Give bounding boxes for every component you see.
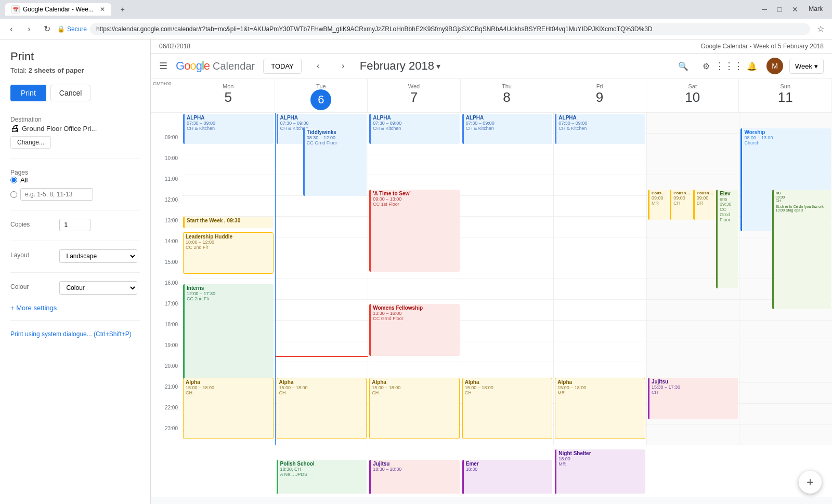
secure-badge: 🔒 Secure: [57, 25, 87, 33]
user-avatar[interactable]: M: [766, 58, 783, 74]
event-sat-polish-mr[interactable]: Polish School 09:00 MR: [648, 190, 670, 220]
maximize-btn[interactable]: □: [773, 4, 786, 15]
all-pages-input[interactable]: [10, 177, 17, 183]
event-thu-alpha-pm[interactable]: Alpha 15:00 – 18:00 CH: [462, 378, 553, 439]
event-sat-polish-ch[interactable]: Polish School 09:00 CH: [670, 190, 693, 220]
event-tue-polish[interactable]: Polish School 18:30, CH A Ne... JPDS: [277, 460, 367, 494]
cancel-button[interactable]: Cancel: [50, 85, 91, 101]
print-button[interactable]: Print: [10, 85, 46, 101]
destination-label: Destination: [10, 114, 57, 123]
browser-chrome: 📅 Google Calendar - Wee... ✕ + ─ □ ✕ Mar…: [0, 0, 832, 39]
day-col-tue: ALPHA 07:30 – 09:00 CH & Kitchen Tiddlyw…: [275, 113, 369, 445]
add-event-fab[interactable]: +: [799, 471, 822, 494]
next-week-btn[interactable]: ›: [335, 58, 352, 74]
day-col-sat: Polish School 09:00 MR Polish School 09:…: [647, 113, 740, 445]
cal-actions: 🔍 ⚙ ⋮⋮⋮ 🔔 M Week ▾: [675, 58, 824, 74]
event-wed-alpha[interactable]: ALPHA 07:30 – 09:00 CH & Kitchen: [369, 114, 460, 144]
event-sat-jujitsu[interactable]: Jujitsu 15:30 – 17:30 CH: [648, 378, 738, 419]
day-headers: GMT+00 Mon 5 Tue 6 Wed 7: [151, 79, 832, 113]
pages-label: Pages: [10, 167, 57, 176]
event-sun-iic1[interactable]: IIC 09:30 CH St.ch re fo Ce dn /you thw …: [772, 190, 831, 309]
browser-tab[interactable]: 📅 Google Calendar - Wee... ✕: [5, 3, 111, 16]
pages-input[interactable]: [20, 188, 93, 201]
custom-pages-radio[interactable]: [10, 188, 140, 201]
colour-row: Colour Black & white Colour: [10, 281, 140, 295]
prev-week-btn[interactable]: ‹: [310, 58, 327, 74]
destination-control: 🖨 Ground Floor Office Pri... Change...: [10, 123, 97, 149]
event-fri-night[interactable]: Night Shelter 18:00 MR: [555, 449, 645, 494]
preview-header: 06/02/2018 Google Calendar - Week of 5 F…: [151, 39, 832, 54]
layout-select[interactable]: Portrait Landscape: [59, 249, 137, 263]
event-thu-emerge[interactable]: Emer 18:30: [462, 460, 553, 494]
close-btn[interactable]: ✕: [788, 4, 802, 15]
print-panel: Print Total: 2 sheets of paper Print Can…: [0, 39, 151, 504]
event-mon-alpha-pm[interactable]: Alpha 15:00 – 18:00 CH: [183, 378, 274, 439]
event-fri-alpha-pm[interactable]: Alpha 15:00 – 18:00 MR: [555, 378, 645, 439]
back-btn[interactable]: ‹: [4, 22, 19, 36]
time-2300: 23:00: [151, 425, 182, 445]
new-tab-btn[interactable]: +: [115, 2, 130, 17]
bookmark-btn[interactable]: ☆: [813, 22, 828, 36]
apps-icon[interactable]: ⋮⋮⋮: [721, 58, 737, 74]
url-bar[interactable]: https://calendar.google.com/calendar/r?t…: [90, 23, 810, 35]
minimize-btn[interactable]: ─: [758, 4, 771, 15]
nav-bar: ‹ › ↻ 🔒 Secure https://calendar.google.c…: [0, 19, 832, 39]
today-button[interactable]: TODAY: [263, 59, 302, 74]
more-settings-btn[interactable]: + More settings: [10, 304, 140, 312]
calendar-preview: 06/02/2018 Google Calendar - Week of 5 F…: [151, 39, 832, 504]
time-days-grid: 09:00 10:00 11:00 12:00 13:00 14:00 15:0…: [151, 113, 832, 445]
copies-row: Copies: [10, 219, 140, 231]
time-1500: 15:00: [151, 258, 182, 279]
time-1700: 17:00: [151, 300, 182, 321]
event-tue-tiddly[interactable]: Tiddlywinks 08:30 – 12:00 CC Grnd Floor: [303, 128, 367, 196]
search-icon[interactable]: 🔍: [675, 58, 692, 74]
copies-input[interactable]: [59, 219, 90, 231]
day-col-sun: Worship 08:00 – 13:00 Church IIC 09:30 C…: [739, 113, 832, 445]
print-total: Total: 2 sheets of paper: [10, 67, 140, 74]
event-wed-jujitsu[interactable]: Jujitsu 18:30 – 20:30: [369, 460, 460, 494]
divider-1: [10, 158, 140, 158]
colour-select[interactable]: Black & white Colour: [59, 281, 137, 295]
current-time-line: [276, 356, 368, 357]
day-header-fri: Fri 9: [553, 79, 646, 112]
divider-3: [10, 241, 140, 241]
all-pages-radio[interactable]: All: [10, 176, 140, 184]
event-thu-alpha[interactable]: ALPHA 07:30 – 09:00 CH & Kitchen: [462, 114, 553, 144]
time-1400: 14:00: [151, 237, 182, 258]
event-mon-interns[interactable]: Interns 12:00 – 17:30 CC 2nd Flr: [183, 284, 274, 388]
settings-icon[interactable]: ⚙: [698, 58, 714, 74]
menu-icon[interactable]: ☰: [159, 60, 167, 72]
week-select[interactable]: Week ▾: [789, 59, 824, 74]
day-col-mon: ALPHA 07:30 – 09:00 CH & Kitchen Start t…: [182, 113, 275, 445]
custom-pages-input[interactable]: [10, 191, 17, 198]
preview-title: Google Calendar - Week of 5 February 201…: [700, 43, 824, 50]
event-mon-start[interactable]: Start the Week , 09:30: [183, 217, 274, 228]
event-tue-alpha-pm[interactable]: Alpha 15:00 – 18:00 CH: [277, 378, 367, 439]
change-button[interactable]: Change...: [10, 136, 51, 149]
tab-favicon: 📅: [11, 5, 20, 14]
time-1600: 16:00: [151, 279, 182, 300]
system-print-link[interactable]: Print using system dialogue... (Ctrl+Shi…: [10, 330, 132, 338]
event-wed-alpha-pm[interactable]: Alpha 15:00 – 18:00 CH: [369, 378, 460, 439]
day-header-tue: Tue 6: [275, 79, 368, 112]
event-wed-womens[interactable]: Womens Fellowship 13:30 – 16:00 CC Grnd …: [369, 304, 460, 356]
main-layout: Print Total: 2 sheets of paper Print Can…: [0, 39, 832, 504]
bell-icon[interactable]: 🔔: [744, 58, 760, 74]
month-dropdown-icon[interactable]: ▾: [436, 61, 440, 71]
time-1800: 18:00: [151, 321, 182, 341]
tab-close-icon[interactable]: ✕: [100, 6, 105, 13]
event-mon-alpha[interactable]: ALPHA 07:30 – 09:00 CH & Kitchen: [183, 114, 274, 144]
event-fri-alpha[interactable]: ALPHA 07:30 – 09:00 CH & Kitchen: [555, 114, 645, 144]
forward-btn[interactable]: ›: [22, 22, 36, 36]
preview-date: 06/02/2018: [159, 43, 190, 50]
event-wed-sew[interactable]: 'A Time to Sew' 09:00 – 13:00 CC 1st Flo…: [369, 190, 460, 272]
reload-btn[interactable]: ↻: [40, 22, 54, 36]
google-logo: Google Calendar: [176, 59, 255, 73]
divider-5: [10, 320, 140, 321]
event-sat-polish-br[interactable]: Polish School 09:00 BR: [693, 190, 716, 220]
event-sat-elev[interactable]: Elev ens 09:30 CC Grnd Floor: [716, 190, 738, 288]
colour-label: Colour: [10, 281, 57, 290]
event-mon-leadership[interactable]: Leadership Huddle 10:00 – 12:00 CC 2nd F…: [183, 232, 274, 274]
nav-right: ☆: [813, 22, 828, 36]
pages-control: All: [10, 176, 140, 201]
